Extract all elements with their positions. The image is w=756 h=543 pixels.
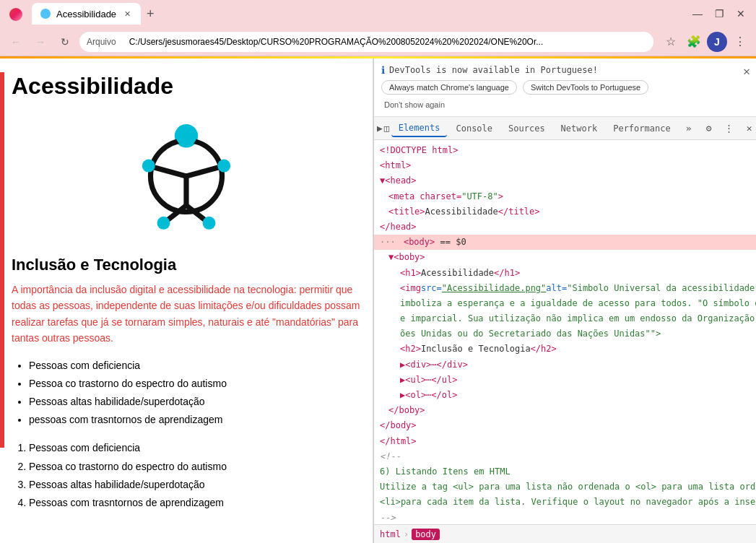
- tab-favicon: [40, 9, 51, 19]
- extension-icon[interactable]: 🧩: [684, 32, 704, 52]
- code-line[interactable]: <html>: [374, 158, 756, 173]
- left-accent-bar: [0, 72, 4, 448]
- switch-language-button[interactable]: Switch DevTools to Portuguese: [523, 80, 648, 95]
- address-input[interactable]: [121, 32, 646, 52]
- tab-bar: Acessibilidade ✕ +: [6, 3, 682, 25]
- ordered-list-item: Pessoa co trastorno do espectro do autis…: [29, 458, 361, 476]
- window-controls: — ❐ ✕: [688, 4, 750, 23]
- bullet-list: Pessoas com deficiencia Pessoa co trasto…: [12, 357, 361, 430]
- code-line[interactable]: </head>: [374, 220, 756, 235]
- browser-window: Acessibilidade ✕ + — ❐ ✕ ← → ↻ Arquivo ☆…: [0, 0, 756, 543]
- svg-point-11: [176, 126, 197, 147]
- forward-button[interactable]: →: [30, 32, 51, 52]
- devtools-breadcrumb: html › body: [374, 524, 756, 543]
- devtools-close-icon[interactable]: ✕: [740, 119, 756, 138]
- tab-elements[interactable]: Elements: [391, 120, 448, 137]
- browser-logo: [6, 4, 26, 25]
- browser-tab-active[interactable]: Acessibilidade ✕: [32, 3, 141, 25]
- svg-line-3: [186, 167, 222, 177]
- ordered-list-item: Pessoas altas habilidade/superdotação: [29, 476, 361, 494]
- breadcrumb-html[interactable]: html: [380, 529, 401, 539]
- settings-icon[interactable]: ⚙: [700, 119, 718, 138]
- page-title: Acessibilidade: [12, 73, 361, 100]
- code-line[interactable]: -->: [374, 511, 756, 525]
- reload-button[interactable]: ↻: [55, 32, 75, 52]
- code-line[interactable]: <h2>Inclusão e Tecnologia</h2>: [374, 342, 756, 357]
- code-line[interactable]: <!--: [374, 449, 756, 464]
- accessibility-symbol: [121, 111, 251, 241]
- devtools-device-icon[interactable]: ◫: [384, 119, 390, 138]
- info-icon: ℹ: [381, 64, 385, 76]
- devtools-more-options[interactable]: ⋮: [720, 119, 739, 138]
- toolbar-icons: ☆ 🧩 J ⋮: [661, 32, 750, 52]
- tab-close-button[interactable]: ✕: [122, 9, 132, 19]
- devtools-panel: ℹ DevTools is now available in Portugues…: [373, 58, 756, 543]
- dont-show-button[interactable]: Don't show again: [381, 99, 448, 110]
- devtools-inspect-icon[interactable]: ▶: [377, 119, 383, 138]
- close-button[interactable]: ✕: [731, 4, 750, 23]
- devtools-tabs: ▶ ◫ Elements Console Sources Network Per…: [374, 117, 756, 140]
- list-item: Pessoa co trastorno do espectro do autis…: [29, 375, 361, 393]
- ordered-list: Pessoas com deficiencia Pessoa co trasto…: [12, 439, 361, 512]
- title-bar: Acessibilidade ✕ + — ❐ ✕: [0, 0, 756, 27]
- tab-sources[interactable]: Sources: [501, 121, 552, 136]
- page-content: Acessibilidade: [0, 58, 373, 543]
- list-item: Pessoas com deficiencia: [29, 357, 361, 375]
- code-line[interactable]: Utilize a tag <ul> para uma lista não or…: [374, 479, 756, 495]
- code-line[interactable]: ▼<head>: [374, 173, 756, 188]
- code-line[interactable]: </html>: [374, 434, 756, 449]
- back-button[interactable]: ←: [6, 32, 26, 52]
- minimize-button[interactable]: —: [688, 4, 707, 23]
- address-bar: ← → ↻ Arquivo ☆ 🧩 J ⋮: [0, 27, 756, 56]
- svg-line-2: [151, 167, 187, 177]
- code-line[interactable]: <h1>Acessibilidade</h1>: [374, 266, 756, 281]
- ordered-list-item: Pessoas com deficiencia: [29, 439, 361, 457]
- profile-button[interactable]: J: [707, 32, 727, 52]
- svg-point-9: [157, 217, 170, 230]
- devtools-notification: ℹ DevTools is now available in Portugues…: [374, 58, 756, 117]
- code-line[interactable]: ▼<boby>: [374, 250, 756, 265]
- svg-point-10: [203, 217, 216, 230]
- code-line[interactable]: 6) Listando Itens em HTML: [374, 464, 756, 479]
- more-tabs-area: » ⚙ ⋮ ✕: [679, 119, 756, 138]
- code-line-body[interactable]: ··· <body> == $0: [374, 235, 756, 250]
- ordered-list-item: Pessoas com trasntornos de aprendizagem: [29, 494, 361, 512]
- more-tabs-button[interactable]: »: [679, 119, 698, 138]
- maximize-button[interactable]: ❐: [710, 4, 729, 23]
- code-line[interactable]: imboliza a esperança e a igualdade de ac…: [374, 296, 756, 311]
- code-line[interactable]: <!DOCTYPE html>: [374, 143, 756, 158]
- code-line[interactable]: ▶<ul>⋯</ul>: [374, 373, 756, 388]
- code-line[interactable]: <meta charset="UTF-8">: [374, 189, 756, 204]
- tab-performance[interactable]: Performance: [606, 121, 677, 136]
- code-line[interactable]: <title>Acessibilidade</title>: [374, 204, 756, 220]
- notification-close-button[interactable]: ✕: [743, 64, 750, 78]
- section2-text: A importância da inclusão digital e aces…: [12, 282, 361, 347]
- code-line[interactable]: </boby>: [374, 403, 756, 418]
- devtools-code-area: <!DOCTYPE html> <html> ▼<head> <meta cha…: [374, 140, 756, 524]
- code-line[interactable]: </body>: [374, 418, 756, 433]
- code-line[interactable]: ▶<ol>⋯</ol>: [374, 388, 756, 403]
- breadcrumb-body[interactable]: body: [412, 529, 440, 540]
- address-scheme: Arquivo: [87, 37, 116, 47]
- list-item: pessoas com trasntornos de aprendizagem: [29, 411, 361, 429]
- code-line[interactable]: e imparcial. Sua utilização não implica …: [374, 311, 756, 326]
- accessibility-figure: [12, 111, 361, 241]
- section2-title: Inclusão e Tecnologia: [12, 256, 361, 274]
- tab-title: Acessibilidade: [56, 9, 116, 19]
- tab-console[interactable]: Console: [448, 121, 500, 136]
- list-item: Pessoas altas habilidade/superdotação: [29, 393, 361, 411]
- main-area: Acessibilidade: [0, 58, 756, 543]
- tab-network[interactable]: Network: [554, 121, 605, 136]
- new-tab-button[interactable]: +: [144, 4, 157, 25]
- notification-buttons: Always match Chrome's language Switch De…: [381, 80, 749, 95]
- notification-title: ℹ DevTools is now available in Portugues…: [381, 64, 749, 76]
- menu-button[interactable]: ⋮: [730, 32, 750, 52]
- match-language-button[interactable]: Always match Chrome's language: [381, 80, 517, 95]
- breadcrumb-separator: ›: [404, 529, 409, 539]
- bookmark-icon[interactable]: ☆: [661, 32, 681, 52]
- code-line[interactable]: ▶<div>⋯</div>: [374, 357, 756, 373]
- code-line[interactable]: ões Unidas ou do Secretariado das Nações…: [374, 326, 756, 342]
- svg-point-5: [217, 160, 230, 173]
- code-line[interactable]: <li>para cada item da lista. Verifique o…: [374, 495, 756, 510]
- code-line[interactable]: <img src="Acessibilidade.png" alt="Simbo…: [374, 281, 756, 296]
